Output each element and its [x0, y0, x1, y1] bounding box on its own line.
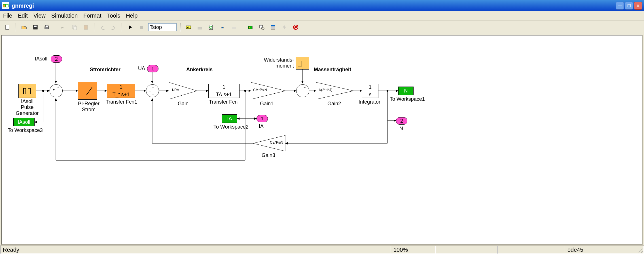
- label-pi-regler: PI-Regler Strom: [75, 101, 103, 113]
- close-button[interactable]: ✕: [634, 2, 642, 10]
- block-integrator[interactable]: 1 s: [362, 84, 378, 98]
- svg-rect-11: [84, 25, 88, 30]
- statusbar: Ready 100% ode45: [0, 245, 644, 254]
- app-icon: [2, 2, 9, 9]
- cut-button[interactable]: ✂: [59, 23, 68, 32]
- block-sum3[interactable]: +−: [296, 84, 309, 97]
- label-gain2: Gain2: [327, 101, 341, 107]
- svg-rect-15: [198, 27, 202, 29]
- block-transfer-fcn[interactable]: 1 TA.s+1: [208, 84, 240, 98]
- block-sum2[interactable]: +−−: [146, 84, 159, 97]
- minimize-button[interactable]: —: [616, 2, 624, 10]
- label-widerstandsmoment: Widerstands- moment: [263, 57, 294, 69]
- norm-button[interactable]: ⇄: [184, 23, 193, 32]
- label-inport-ua: UA: [138, 66, 145, 72]
- model-browser-button[interactable]: [268, 23, 277, 32]
- debug-button[interactable]: [291, 23, 300, 32]
- inport-ua[interactable]: 1: [147, 65, 158, 72]
- new-button[interactable]: [3, 23, 12, 32]
- block-to-workspace1[interactable]: N: [398, 87, 414, 95]
- model-explorer-button[interactable]: [257, 23, 266, 32]
- label-to-workspace2: To Workspace2: [213, 124, 249, 130]
- build-subsys-button[interactable]: [229, 23, 238, 32]
- label-to-workspace3: To Workspace3: [8, 127, 43, 133]
- svg-text:−: −: [152, 93, 154, 97]
- label-pulse-generator: IAsoll Pulse Generator: [14, 98, 40, 116]
- block-pulse-generator[interactable]: [18, 84, 36, 98]
- menu-help[interactable]: Help: [126, 12, 137, 19]
- undo-button[interactable]: [98, 23, 107, 32]
- svg-rect-24: [271, 25, 275, 26]
- redo-button[interactable]: [109, 23, 118, 32]
- go-up-button[interactable]: [280, 23, 289, 32]
- print-button[interactable]: [42, 23, 51, 32]
- svg-line-27: [294, 25, 298, 29]
- outport-n[interactable]: 2: [396, 117, 407, 125]
- svg-rect-3: [6, 25, 9, 30]
- model-canvas[interactable]: Stromrichter Ankerkreis Massenträgheit I…: [1, 35, 643, 245]
- update-button[interactable]: [207, 23, 216, 32]
- block-pi-regler[interactable]: [78, 82, 97, 100]
- svg-rect-21: [260, 25, 262, 28]
- stop-button[interactable]: [137, 23, 146, 32]
- run-button[interactable]: [126, 23, 135, 32]
- svg-rect-1: [3, 5, 5, 7]
- save-button[interactable]: [31, 23, 40, 32]
- block-transfer-fcn1[interactable]: 1 T_t.s+1: [107, 84, 135, 98]
- svg-text:−: −: [304, 85, 306, 89]
- app-window: gnmregi — ☐ ✕ File Edit View Simulation …: [0, 0, 644, 254]
- toolbar: ✂ ⇄: [0, 20, 644, 34]
- inport-iasoll[interactable]: 2: [51, 55, 62, 63]
- outport-ia[interactable]: 1: [257, 115, 268, 122]
- svg-text:+: +: [152, 85, 154, 89]
- library-button[interactable]: [246, 23, 255, 32]
- menu-tools[interactable]: Tools: [107, 12, 120, 19]
- block-to-workspace2[interactable]: IA: [222, 114, 237, 123]
- label-gain1: Gain1: [260, 101, 274, 107]
- resize-grip-icon[interactable]: [638, 248, 643, 253]
- menu-view[interactable]: View: [33, 12, 46, 19]
- block-sum1[interactable]: ++: [50, 84, 63, 97]
- label-transfer-fcn: Transfer Fcn: [209, 99, 238, 105]
- block-gain3[interactable]: CE*PsiN: [253, 135, 285, 151]
- paste-button[interactable]: [81, 23, 90, 32]
- svg-rect-7: [45, 25, 48, 27]
- label-gain: Gain: [178, 101, 188, 107]
- svg-rect-5: [34, 26, 37, 27]
- open-button[interactable]: [20, 23, 29, 32]
- window-title: gnmregi: [12, 3, 34, 9]
- titlebar: gnmregi — ☐ ✕: [0, 0, 644, 11]
- svg-text:+: +: [299, 89, 301, 93]
- status-zoom: 100%: [391, 246, 436, 254]
- block-step-widerstandsmoment[interactable]: [296, 57, 309, 70]
- svg-rect-20: [249, 27, 250, 28]
- label-transfer-fcn1: Transfer Fcn1: [106, 99, 137, 105]
- label-gain3: Gain3: [262, 152, 275, 158]
- stop-time-input[interactable]: [148, 23, 177, 31]
- menu-simulation[interactable]: Simulation: [51, 12, 78, 19]
- build-button[interactable]: [195, 23, 204, 32]
- section-massentraegheit: Massenträgheit: [314, 67, 351, 73]
- svg-rect-12: [140, 26, 143, 29]
- menu-edit[interactable]: Edit: [18, 12, 27, 19]
- block-gain2[interactable]: 1/(2*pi*J): [316, 82, 353, 99]
- section-ankerkreis: Ankerkreis: [186, 67, 213, 73]
- block-gain[interactable]: 1/RA: [169, 82, 197, 99]
- block-gain1[interactable]: CM*PsiN: [251, 82, 285, 99]
- label-integrator: Integrator: [359, 99, 380, 105]
- svg-text:⇄: ⇄: [187, 26, 189, 29]
- label-outport-n: N: [399, 126, 403, 132]
- maximize-button[interactable]: ☐: [625, 2, 633, 10]
- menubar: File Edit View Simulation Format Tools H…: [0, 11, 644, 20]
- svg-rect-18: [232, 27, 236, 29]
- menu-file[interactable]: File: [3, 12, 12, 19]
- svg-rect-2: [6, 5, 8, 7]
- block-to-workspace3[interactable]: IAsoll: [13, 118, 35, 126]
- menu-format[interactable]: Format: [83, 12, 101, 19]
- copy-button[interactable]: [70, 23, 79, 32]
- build-model-button[interactable]: [218, 23, 227, 32]
- svg-rect-10: [74, 26, 77, 30]
- svg-text:✂: ✂: [61, 26, 64, 30]
- status-empty2: [497, 246, 565, 254]
- section-stromrichter: Stromrichter: [90, 67, 120, 73]
